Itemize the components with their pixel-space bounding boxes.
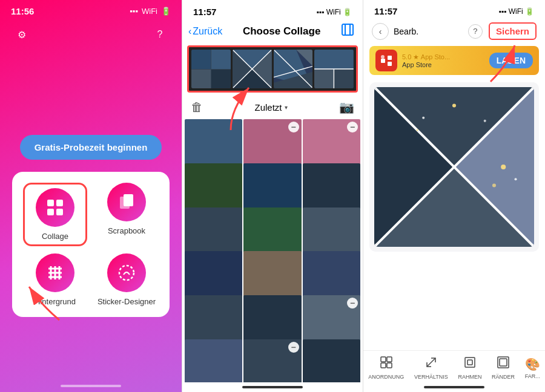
back-label: Zurück <box>193 26 222 37</box>
svg-marker-31 <box>314 50 354 69</box>
menu-item-sticker[interactable]: Sticker-Designer <box>94 253 159 306</box>
svg-point-50 <box>417 129 418 131</box>
svg-marker-33 <box>334 69 354 88</box>
svg-rect-57 <box>381 363 386 368</box>
svg-point-49 <box>484 120 486 122</box>
app-info: 5.0 ★ App Sto... App Store <box>402 53 484 68</box>
nav-left-3: ‹ Bearb. <box>372 23 418 40</box>
settings-icon[interactable]: ⚙ <box>12 25 31 44</box>
help-btn-3[interactable]: ? <box>468 24 483 39</box>
scrapbook-icon <box>117 193 136 211</box>
camera-icon[interactable]: 📷 <box>339 100 354 114</box>
collage-thumb-2[interactable] <box>233 50 272 88</box>
panel-2: 11:57 ▪▪▪ WiFi 🔋 ‹ Zurück Choose Collage <box>182 0 363 392</box>
scrapbook-icon-wrap <box>107 183 146 221</box>
collage-thumb-1[interactable] <box>191 50 231 88</box>
photo-cell-17[interactable]: − <box>243 339 301 382</box>
photo-cell-16[interactable] <box>185 339 242 382</box>
photo-cell-18[interactable] <box>303 339 360 382</box>
svg-point-52 <box>515 178 517 180</box>
battery-icon: 🔋 <box>161 7 171 16</box>
help-icon[interactable]: ? <box>150 25 170 44</box>
menu-item-scrapbook[interactable]: Scrapbook <box>94 183 159 246</box>
collage-thumb-4[interactable] <box>314 50 354 88</box>
svg-point-48 <box>452 103 456 107</box>
deselect-btn-2[interactable]: − <box>288 122 299 132</box>
scrapbook-label: Scrapbook <box>108 226 145 235</box>
panel2-nav: ‹ Zurück Choose Collage <box>182 19 363 43</box>
farbe-label: FAR... <box>525 373 540 379</box>
rander-item[interactable]: RÄNDER <box>492 356 515 380</box>
rander-label: RÄNDER <box>492 374 515 380</box>
svg-rect-0 <box>47 200 54 206</box>
laden-button[interactable]: LADEN <box>489 53 533 68</box>
status-icons-2: ▪▪▪ WiFi 🔋 <box>317 6 352 17</box>
time-1: 11:56 <box>11 6 34 16</box>
sort-chevron: ▾ <box>285 104 288 111</box>
nav-back-btn-3[interactable]: ‹ <box>372 23 389 40</box>
hintergrund-label: Hintergrund <box>35 297 76 306</box>
collage-thumb-3[interactable] <box>274 50 313 88</box>
svg-rect-60 <box>467 360 472 365</box>
farbe-item[interactable]: 🎨 FAR... <box>525 357 540 379</box>
collage-preview <box>369 82 539 252</box>
photo-grid: − 1 − 1 − 1 − <box>182 119 363 382</box>
svg-rect-39 <box>388 62 392 66</box>
chevron-left-icon: ‹ <box>188 26 191 37</box>
time-2: 11:57 <box>193 7 216 17</box>
collage-icon <box>46 198 64 217</box>
svg-rect-59 <box>465 358 475 367</box>
app-stars: 5.0 ★ App Sto... <box>402 53 484 61</box>
menu-card: Collage Scrapbook <box>12 172 170 317</box>
verhaltnis-icon <box>424 356 438 372</box>
anordnung-label: ANORDNUNG <box>368 374 404 380</box>
app-icon <box>375 50 397 71</box>
svg-point-53 <box>492 183 496 187</box>
svg-rect-56 <box>387 357 392 362</box>
svg-rect-62 <box>500 359 507 366</box>
deselect-btn-17[interactable]: − <box>288 342 299 353</box>
expand-icon[interactable] <box>341 23 354 39</box>
sort-button[interactable]: Zuletzt ▾ <box>254 102 287 113</box>
bearb-label: Bearb. <box>394 27 418 36</box>
menu-item-hintergrund[interactable]: Hintergrund <box>23 253 87 306</box>
menu-item-collage[interactable]: Collage <box>23 183 87 246</box>
svg-marker-32 <box>314 69 334 88</box>
svg-rect-3 <box>56 209 63 215</box>
svg-point-51 <box>501 165 506 169</box>
svg-rect-58 <box>387 363 392 368</box>
svg-rect-37 <box>381 59 385 63</box>
home-indicator-1 <box>61 385 121 387</box>
signal-icon-2: ▪▪▪ WiFi 🔋 <box>317 8 352 16</box>
collage-x-container <box>374 87 534 247</box>
rahmen-icon <box>463 356 477 372</box>
panel-1: 11:56 ▪▪▪ WiFi 🔋 ⚙ ? Gratis-Probezeit be… <box>0 0 182 392</box>
sticker-icon <box>117 264 136 282</box>
deselect-btn-3[interactable]: − <box>347 122 358 132</box>
back-button[interactable]: ‹ Zurück <box>188 26 222 37</box>
verhaltnis-label: VERHÄLTNIS <box>414 374 448 380</box>
svg-point-40 <box>381 55 385 59</box>
collage-strip[interactable] <box>187 45 358 93</box>
rahmen-item[interactable]: RAHMEN <box>458 356 481 380</box>
status-bar-2: 11:57 ▪▪▪ WiFi 🔋 <box>182 0 363 19</box>
panel-3: 11:57 ▪▪▪ WiFi 🔋 ‹ Bearb. ? Sichern 5.0 … <box>363 0 545 392</box>
page-title: Choose Collage <box>243 25 320 38</box>
sticker-icon-wrap <box>107 253 146 292</box>
photo-toolbar: 🗑 Zuletzt ▾ 📷 <box>182 95 363 119</box>
sichern-button[interactable]: Sichern <box>489 22 537 40</box>
app-banner: 5.0 ★ App Sto... App Store LADEN <box>369 46 539 75</box>
trash-icon[interactable]: 🗑 <box>191 100 203 114</box>
verhaltnis-item[interactable]: VERHÄLTNIS <box>414 356 448 380</box>
rander-icon <box>497 356 510 372</box>
trial-button[interactable]: Gratis-Probezeit beginnen <box>20 135 162 160</box>
status-icons-3: ▪▪▪ WiFi 🔋 <box>499 7 534 16</box>
wifi-icon: WiFi <box>142 7 157 16</box>
status-bar-1: 11:56 ▪▪▪ WiFi 🔋 <box>0 0 182 19</box>
svg-point-47 <box>422 117 424 119</box>
panel1-top-bar: ⚙ ? <box>0 19 182 50</box>
sort-label: Zuletzt <box>254 102 282 113</box>
deselect-btn-15[interactable]: − <box>347 298 358 309</box>
hintergrund-icon <box>46 264 64 282</box>
anordnung-item[interactable]: ANORDNUNG <box>368 356 404 380</box>
